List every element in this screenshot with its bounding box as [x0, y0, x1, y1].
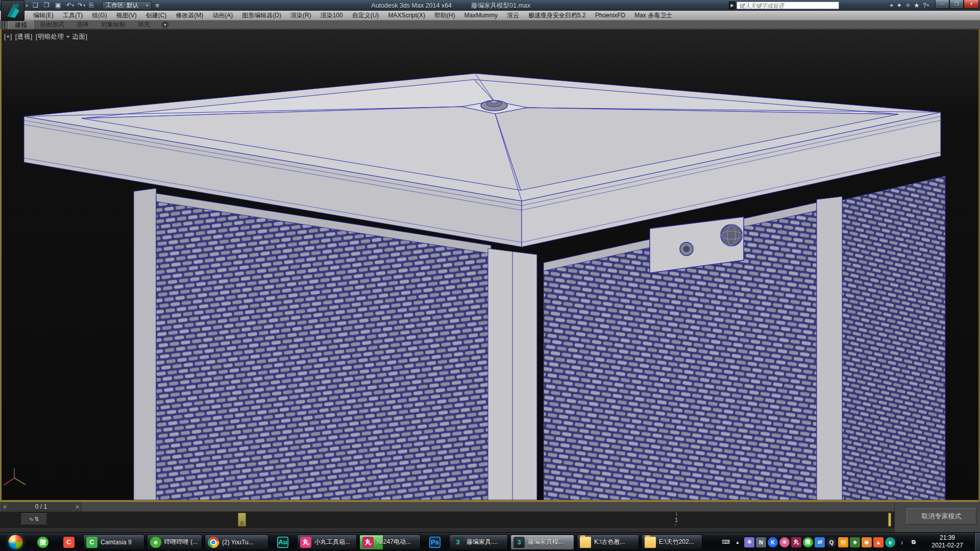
communication-satellite-icon[interactable]: ✧	[905, 2, 911, 9]
ribbon-grip-handle[interactable]	[2, 21, 5, 28]
taskbar-max-window-2[interactable]: 3 藤编家具模...	[510, 535, 574, 550]
restore-button[interactable]: ❐	[949, 0, 964, 9]
wan-viewer-tray-icon[interactable]: 丸	[791, 537, 801, 547]
show-desktop-button[interactable]	[974, 533, 980, 551]
search-launch-arrow-icon[interactable]: ▶	[729, 2, 736, 9]
menu-item[interactable]: 创建(C)	[141, 11, 172, 20]
previous-frame-button[interactable]: <	[1, 503, 9, 511]
taskbar-item-icon	[8, 534, 23, 550]
photoshop-pinned-icon[interactable]: Ps	[423, 535, 447, 550]
audition-pinned-icon[interactable]: Au	[271, 535, 295, 550]
wechat-tray-icon[interactable]: 微	[803, 537, 813, 547]
menu-item[interactable]: PhoenixFD	[591, 11, 630, 20]
taskbar-no247-download[interactable]: 丸 №247电动...	[359, 535, 421, 550]
keyboard-layout-tray-icon[interactable]: ⌨	[721, 537, 731, 547]
ribbon-tab[interactable]: 建模	[8, 20, 34, 29]
menu-item[interactable]: 渲染100	[316, 11, 348, 20]
taskbar-item-icon: 丸	[362, 537, 374, 548]
start-button[interactable]	[2, 535, 29, 550]
taskbar-item-icon: e	[150, 537, 161, 548]
camera-tray-icon[interactable]: ◉	[862, 537, 872, 547]
project-clipboard-icon[interactable]: ⎘	[88, 1, 97, 10]
ribbon-tab[interactable]: 对象绘制	[95, 20, 132, 29]
taskbar-item-icon: Ps	[429, 537, 440, 548]
taskbar-xiaowan-toolbox[interactable]: 丸 小丸工具箱...	[297, 535, 357, 550]
qq-tray-icon[interactable]: Q	[826, 537, 837, 547]
mini-curve-editor-button[interactable]: ∿⇅	[21, 513, 47, 525]
clipper-tray-icon[interactable]: N	[756, 537, 766, 547]
menu-item[interactable]: 动画(A)	[208, 11, 237, 20]
track-bar[interactable]: ∿⇅ 0 1	[0, 512, 894, 528]
corner-post-right	[817, 196, 842, 500]
network-display-tray-icon[interactable]: ⧉	[909, 537, 919, 547]
flame-security-tray-icon[interactable]: ▲	[873, 537, 884, 547]
redo-icon[interactable]: ↷▾	[77, 1, 86, 10]
taskbar-clock[interactable]: 21:39 2021-02-27	[923, 534, 972, 549]
qat-overflow-icon[interactable]: ≣	[155, 3, 159, 8]
cancel-expert-mode-button[interactable]: 取消专家模式	[906, 508, 976, 524]
tray-expand-icon[interactable]: ▴	[732, 537, 743, 547]
next-frame-button[interactable]: >	[74, 503, 81, 511]
orange-browser-tray-icon[interactable]: ▤	[838, 537, 848, 547]
menu-item[interactable]: MaxMummy	[460, 11, 502, 20]
logo-caret-icon[interactable]: ▾	[26, 3, 28, 8]
help-icon[interactable]: ?▾	[923, 2, 929, 9]
3ds-max-logo-button[interactable]	[1, 0, 24, 21]
ribbon-options-caret-icon[interactable]: ▾	[161, 21, 169, 28]
taskbar-max-window-1[interactable]: 3 藤编家具....	[449, 535, 508, 550]
menu-item[interactable]: 帮助(H)	[430, 11, 460, 20]
workspace-selector[interactable]: 工作区: 默认 ▾	[102, 1, 152, 10]
camtasia-pinned-icon[interactable]: C	[57, 535, 81, 550]
viewport-shading-menu[interactable]: [明暗处理 + 边面]	[36, 33, 88, 40]
open-file-icon[interactable]: ❒	[43, 1, 53, 10]
license-key-icon[interactable]: ✦	[896, 2, 902, 9]
kuaishou-tray-icon[interactable]: K	[768, 537, 778, 547]
eset-tray-icon[interactable]: e	[885, 537, 895, 547]
volume-tray-icon[interactable]: ♪	[897, 537, 907, 547]
ribbon-tab-bar: 建模自由形式选择对象绘制填充 ▾	[0, 20, 980, 29]
ribbon-tab[interactable]: 自由形式	[34, 20, 70, 29]
taskbar-bilibili-window[interactable]: e 哔哩哔哩 (...	[147, 535, 202, 550]
taskbar-folder-e[interactable]: E:\天竹202...	[642, 535, 702, 550]
green-display-tray-icon[interactable]: ◈	[850, 537, 860, 547]
taskbar-item-icon: 3	[452, 537, 463, 548]
perspective-viewport[interactable]: [+] [透视] [明暗处理 + 边面]	[0, 29, 980, 500]
menu-item[interactable]: 编辑(E)	[29, 11, 58, 20]
menu-item[interactable]: MAXScript(X)	[383, 11, 430, 20]
media-flower-tray-icon[interactable]: ❀	[779, 537, 790, 547]
search-input[interactable]	[737, 2, 839, 9]
menu-item[interactable]: Max 杀毒卫士	[630, 11, 677, 20]
menu-item[interactable]: 极速瘦身安全归档5.2	[524, 11, 591, 20]
sync-tray-icon[interactable]: ⇄	[815, 537, 825, 547]
menu-item[interactable]: 渲染(R)	[286, 11, 316, 20]
favorites-star-icon[interactable]: ★	[914, 2, 920, 9]
ribbon-tab[interactable]: 选择	[70, 20, 95, 29]
menu-item[interactable]: 视图(V)	[112, 11, 141, 20]
taskbar-camtasia-window[interactable]: C Camtasia 9	[83, 535, 144, 550]
new-scene-icon[interactable]: ❑	[32, 1, 41, 10]
menu-item[interactable]: 工具(T)	[58, 11, 87, 20]
purple-utility-tray-icon[interactable]: ✻	[744, 537, 754, 547]
taskbar-chrome-window[interactable]: (2) YouTu...	[205, 535, 268, 550]
wechat-pinned-icon[interactable]: 微	[31, 535, 55, 550]
menu-item[interactable]: 组(G)	[87, 11, 111, 20]
taskbar-item-label: 小丸工具箱...	[314, 538, 354, 546]
wicker-panel-back-right	[842, 176, 945, 500]
status-strip	[0, 528, 894, 532]
taskbar-folder-k[interactable]: K:\古色教...	[577, 535, 639, 550]
menu-item[interactable]: 图形编辑器(D)	[237, 11, 286, 20]
current-frame-field[interactable]: 0 / 1	[10, 503, 72, 511]
close-button[interactable]: ✕	[964, 0, 979, 9]
save-file-icon[interactable]: ▣	[54, 1, 64, 10]
viewport-general-menu[interactable]: [+]	[4, 33, 12, 40]
menu-item[interactable]: 自定义(U)	[348, 11, 384, 20]
ribbon-tab[interactable]: 填充	[132, 20, 156, 29]
viewport-pov-menu[interactable]: [透视]	[15, 33, 33, 40]
search-binoculars-icon[interactable]: ⌖	[890, 2, 893, 10]
minimize-button[interactable]: —	[935, 0, 949, 9]
undo-icon[interactable]: ↶▾	[65, 1, 75, 10]
menu-item[interactable]: 渲云	[502, 11, 524, 20]
time-slider-handle[interactable]: 0	[238, 513, 246, 527]
taskbar-item-icon: Au	[277, 537, 288, 548]
menu-item[interactable]: 修改器(M)	[171, 11, 208, 20]
